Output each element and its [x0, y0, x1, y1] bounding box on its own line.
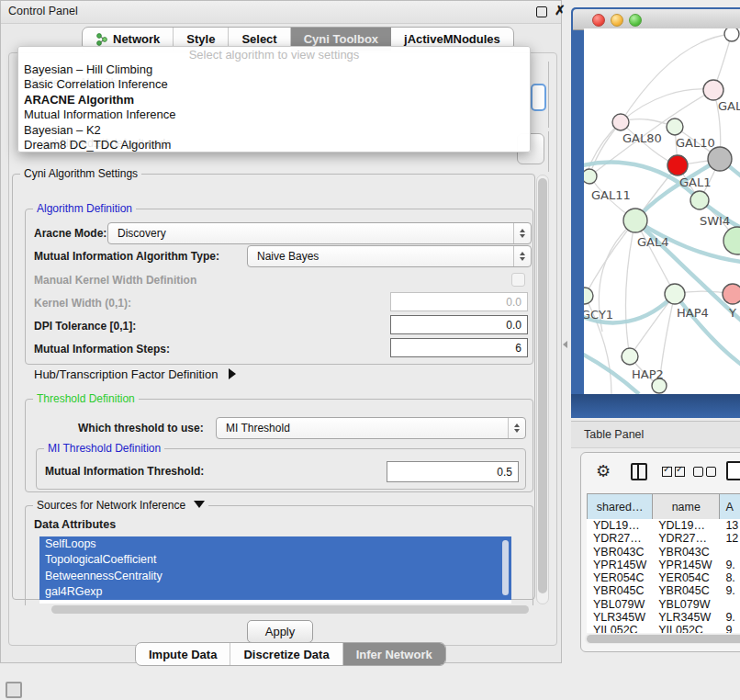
label-gal11: GAL11 — [591, 188, 631, 202]
manual-kernel-label: Manual Kernel Width Definition — [34, 274, 196, 287]
label-hap2: HAP2 — [632, 367, 664, 381]
mi-steps-field[interactable]: 6 — [390, 338, 528, 357]
cell-shared-name: YIL052C — [587, 624, 652, 633]
table-row[interactable]: YDL19… YDL19… 13 — [587, 519, 740, 532]
column-header-cut[interactable]: A — [720, 494, 740, 519]
data-attributes-list: SelfLoops TopologicalCoefficient Between… — [39, 536, 511, 604]
tab-infer-network[interactable]: Infer Network — [343, 643, 445, 665]
node-gal11[interactable] — [584, 169, 597, 184]
mi-type-label: Mutual Information Algorithm Type: — [34, 250, 219, 263]
control-panel-title: Control Panel — [8, 5, 78, 17]
node-unlabeled-top[interactable] — [724, 28, 739, 41]
node-gal[interactable] — [703, 80, 723, 100]
table-settings-gear-icon[interactable]: ⚙ — [596, 461, 611, 480]
table-horizontal-scrollbar[interactable] — [585, 634, 740, 644]
node-gal4[interactable] — [623, 209, 647, 232]
table-row[interactable]: YLR345W YLR345W 9. — [587, 611, 740, 624]
new-table-icon[interactable] — [726, 461, 740, 480]
window-zoom-button[interactable] — [629, 14, 642, 27]
table-row[interactable]: YBL079W YBL079W — [587, 598, 740, 611]
column-header-shared-name[interactable]: shared… — [588, 494, 653, 519]
node-gray[interactable] — [708, 147, 732, 171]
network-canvas[interactable]: GAL GAL80 GAL10 GAL1 GAL11 SWI4 GAL4 GCY… — [584, 28, 740, 394]
kernel-width-label: Kernel Width (0,1): — [34, 297, 131, 310]
tab-discretize-data[interactable]: Discretize Data — [230, 643, 342, 665]
mi-type-combo[interactable]: Naive Bayes — [247, 245, 532, 267]
apply-button-label: Apply — [265, 625, 296, 638]
list-item-betweennesscentrality[interactable]: BetweennessCentrality — [39, 569, 511, 584]
dropdown-item-mutual-information[interactable]: Mutual Information Inference — [18, 107, 530, 122]
label-gal80: GAL80 — [622, 131, 662, 145]
cell-value: 9. — [719, 611, 740, 624]
table-row[interactable]: YBR043C YBR043C — [587, 546, 740, 559]
tab-impute-data-label: Impute Data — [149, 648, 217, 661]
table-row[interactable]: YBR045C YBR045C 9. — [587, 584, 740, 597]
settings-vscroll-thumb[interactable] — [538, 178, 547, 593]
bottom-tabs: Impute Data Discretize Data Infer Networ… — [135, 642, 446, 666]
attributes-list-vscroll-thumb[interactable] — [502, 540, 509, 595]
kernel-width-field[interactable]: 0.0 — [390, 292, 528, 311]
dpi-tolerance-label: DPI Tolerance [0,1]: — [34, 320, 136, 333]
collapsed-arrow-icon — [229, 368, 236, 379]
dropdown-item-aracne[interactable]: ARACNE Algorithm — [18, 93, 530, 107]
deselect-all-checkboxes-icon[interactable] — [693, 467, 717, 477]
dropdown-item-bayesian-k2[interactable]: Bayesian – K2 — [18, 123, 530, 138]
settings-horizontal-scrollbar-thumb[interactable] — [51, 605, 529, 614]
settings-vertical-scrollbar[interactable] — [536, 175, 549, 604]
mi-threshold-group-title: MI Threshold Definition — [44, 442, 164, 455]
table-row[interactable]: YDR27… YDR27… 12 — [587, 532, 740, 545]
aracne-mode-combo[interactable]: Discovery — [107, 222, 532, 244]
list-item-topologicalcoefficient[interactable]: TopologicalCoefficient — [39, 552, 511, 568]
node-unlabeled-right[interactable] — [723, 227, 740, 254]
close-panel-icon[interactable]: ✗ — [555, 3, 566, 17]
aracne-mode-value: Discovery — [108, 227, 513, 240]
algorithm-definition-title: Algorithm Definition — [33, 202, 136, 215]
table-hscroll-thumb[interactable] — [587, 635, 740, 643]
dpi-tolerance-field[interactable]: 0.0 — [390, 315, 528, 334]
node-swi4[interactable] — [690, 191, 709, 209]
table-row[interactable]: YPR145W YPR145W 9. — [587, 559, 740, 571]
which-threshold-combo[interactable]: MI Threshold — [216, 417, 526, 439]
list-item-gal4rgexp[interactable]: gal4RGexp — [39, 584, 511, 600]
label-gal10: GAL10 — [676, 136, 715, 150]
dropdown-item-bayesian-hill-climbing[interactable]: Bayesian – Hill Climbing — [18, 62, 530, 77]
list-item-selfloops[interactable]: SelfLoops — [39, 536, 511, 552]
label-gal4: GAL4 — [637, 235, 668, 249]
apply-button[interactable]: Apply — [247, 620, 313, 643]
column-header-shared-name-label: shared… — [597, 501, 644, 514]
node-gal10[interactable] — [667, 119, 683, 135]
tab-impute-data[interactable]: Impute Data — [136, 643, 230, 665]
table-row[interactable]: YER054C YER054C 8. — [587, 571, 740, 584]
column-layout-icon[interactable] — [631, 463, 647, 480]
node-gal80[interactable] — [612, 114, 629, 130]
sources-group-title-wrap[interactable]: Sources for Network Inference — [33, 499, 208, 512]
node-gal1-selected[interactable] — [667, 155, 688, 175]
tab-network-label: Network — [113, 32, 160, 46]
column-header-name-label: name — [672, 501, 701, 514]
node-y[interactable] — [723, 284, 740, 304]
select-all-checkboxes-icon[interactable]: ✓ ✓ — [662, 467, 686, 477]
node-hap4[interactable] — [665, 284, 685, 304]
node-hap2[interactable] — [622, 348, 638, 365]
cell-value: 12 — [719, 532, 740, 545]
docked-panel-icon[interactable] — [6, 682, 22, 698]
tab-discretize-data-label: Discretize Data — [243, 648, 329, 661]
cell-name: YBR043C — [652, 546, 719, 559]
column-header-cut-label: A — [725, 501, 733, 514]
hub-section-toggle[interactable]: Hub/Transcription Factor Definition — [34, 367, 236, 381]
window-minimize-button[interactable] — [611, 14, 623, 27]
mi-steps-value: 6 — [515, 342, 521, 355]
node-gcy1[interactable] — [584, 288, 593, 304]
cell-value — [719, 546, 740, 559]
panel-splitter-handle[interactable] — [563, 341, 567, 348]
network-window-titlebar[interactable] — [573, 9, 740, 30]
mi-threshold-field[interactable]: 0.5 — [387, 461, 519, 482]
window-close-button[interactable] — [592, 14, 605, 27]
table-row[interactable]: YIL052C YIL052C 9 — [587, 624, 740, 633]
kernel-width-value: 0.0 — [506, 296, 521, 309]
float-panel-icon[interactable] — [536, 6, 547, 17]
column-header-name[interactable]: name — [653, 494, 720, 519]
hidden-combo-focused-stepper[interactable] — [531, 84, 546, 111]
manual-kernel-checkbox[interactable] — [511, 273, 525, 287]
cell-shared-name: YLR345W — [587, 611, 652, 624]
